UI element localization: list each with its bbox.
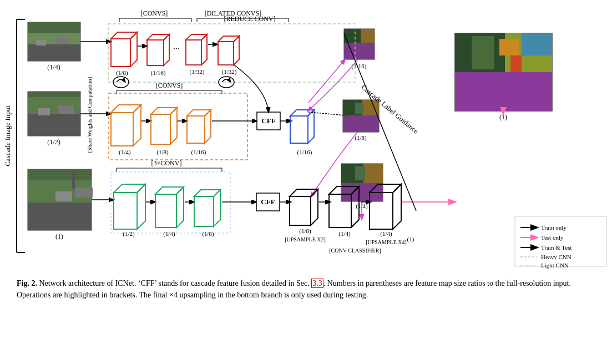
svg-rect-54 xyxy=(343,115,379,132)
svg-rect-118 xyxy=(455,72,552,111)
label-1-16-top: (1/16) xyxy=(151,69,166,77)
svg-rect-20 xyxy=(72,172,75,189)
label-1-4-green: (1/4) xyxy=(163,230,175,237)
svg-rect-49 xyxy=(361,29,375,43)
fig-label: Fig. 2. xyxy=(17,279,37,287)
svg-rect-14 xyxy=(38,108,50,115)
svg-rect-6 xyxy=(28,33,80,44)
conv-classifier-label: [CONV CLASSIFIER] xyxy=(329,247,381,254)
main-container: Cascade Image Input (1/4) (1/2) xyxy=(0,0,612,364)
label-1-8-orange: (1/8) xyxy=(156,149,169,156)
svg-rect-48 xyxy=(344,29,361,43)
label-1-8-top: (1/8) xyxy=(116,69,128,77)
upsample-x4-label: [UPSAMPLE X4] xyxy=(366,239,407,245)
caption-text: Fig. 2. Network architecture of ICNet. ‘… xyxy=(17,277,595,301)
three-x-conv-label: [3×CONV] xyxy=(151,159,182,167)
label-1-2-green: (1/2) xyxy=(123,230,135,237)
svg-rect-7 xyxy=(28,22,80,33)
cff-bottom-label: CFF xyxy=(261,198,275,206)
svg-rect-120 xyxy=(499,39,519,55)
label-1-16-blue: (1/16) xyxy=(297,149,312,156)
upsample-x2-label: [UPSAMPLE X2] xyxy=(285,236,326,242)
svg-rect-58 xyxy=(363,164,383,183)
label-1-4-top: (1/4) xyxy=(47,63,60,71)
svg-rect-21 xyxy=(55,191,72,201)
label-1-32-1: (1/32) xyxy=(190,68,205,75)
legend-heavy-cnn-label: Heavy CNN xyxy=(541,254,571,260)
caption-text-1: Network architecture of ICNet. ‘CFF’ sta… xyxy=(39,279,311,287)
svg-rect-55 xyxy=(355,103,363,114)
svg-rect-15 xyxy=(58,105,74,114)
label-1-8-seg: (1/8) xyxy=(355,134,367,141)
caption-ref[interactable]: 3.3 xyxy=(311,279,323,288)
caption-area: Fig. 2. Network architecture of ICNet. ‘… xyxy=(0,272,612,306)
label-1-8-out: (1/8) xyxy=(299,228,311,235)
label-1-32-2: (1/32) xyxy=(222,68,237,75)
svg-rect-9 xyxy=(55,38,68,44)
svg-rect-17 xyxy=(28,203,92,230)
svg-rect-13 xyxy=(28,92,80,97)
label-1-8-green: (1/8) xyxy=(202,230,214,237)
svg-rect-5 xyxy=(28,44,80,61)
legend-test-label: Test only xyxy=(541,234,564,241)
label-1-final: (1) xyxy=(499,113,507,121)
label-1-4-orange: (1/4) xyxy=(119,149,131,156)
diagram-area: Cascade Image Input (1/4) (1/2) xyxy=(0,0,612,272)
svg-rect-60 xyxy=(355,166,365,180)
label-1-16-orange: (1/16) xyxy=(191,149,206,156)
label-1-upsample: (1) xyxy=(407,236,414,243)
svg-rect-8 xyxy=(36,40,46,46)
svg-rect-22 xyxy=(75,188,93,198)
legend-light-cnn-label: Light CNN xyxy=(541,262,569,269)
label-1-bottom: (1) xyxy=(55,232,63,240)
legend-train-label: Train only xyxy=(541,224,567,231)
svg-rect-121 xyxy=(522,33,552,55)
label-1-4-out1: (1/4) xyxy=(338,230,351,237)
architecture-diagram: Cascade Image Input (1/4) (1/2) xyxy=(0,0,612,272)
svg-rect-19 xyxy=(28,169,92,180)
cff-middle-label: CFF xyxy=(261,117,275,125)
svg-text:...: ... xyxy=(173,41,180,50)
cascade-image-input-label: Cascade Image Input xyxy=(3,105,12,166)
svg-rect-122 xyxy=(510,55,522,72)
label-1-2: (1/2) xyxy=(47,138,60,146)
reduce-conv-label: [REDUCE CONV] xyxy=(224,15,276,23)
svg-rect-11 xyxy=(28,114,80,136)
svg-rect-119 xyxy=(472,36,494,69)
label-1-4-out2: (1/4) xyxy=(380,230,392,237)
convs-label-top: [CONVS] xyxy=(141,9,168,17)
share-weights-label: {Share Weights and Computation} xyxy=(87,77,93,154)
legend-train-test-label: Train & Test xyxy=(541,244,571,251)
convs-label-middle: [CONVS] xyxy=(156,82,183,89)
